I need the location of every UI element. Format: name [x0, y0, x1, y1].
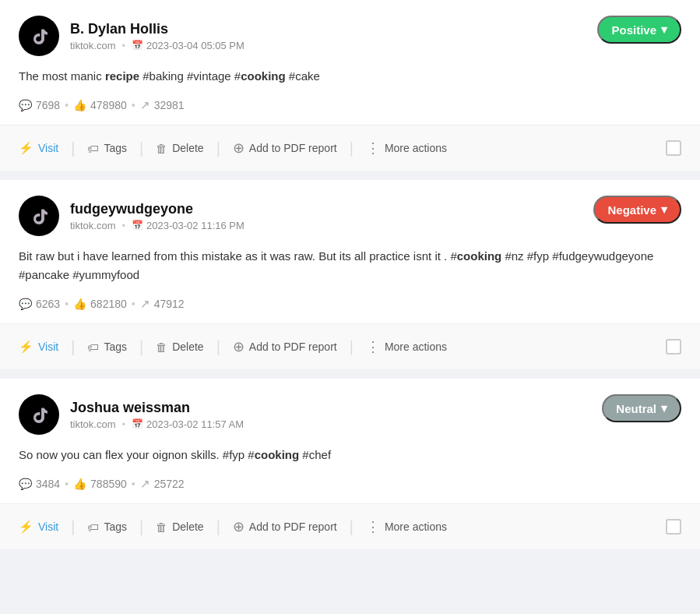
pdf-icon: ⊕ [233, 338, 244, 355]
user-details: B. Dylan Hollis tiktok.com • 📅 2023-03-0… [70, 21, 244, 51]
select-checkbox[interactable] [666, 140, 681, 156]
action-divider-3: | [216, 338, 220, 356]
comment-count: 6263 [36, 298, 60, 310]
more-icon: ⋮ [366, 338, 380, 355]
stat-dot-2: • [132, 478, 135, 490]
visit-label: Visit [38, 520, 58, 533]
pdf-button[interactable]: ⊕ Add to PDF report [222, 333, 348, 360]
tags-label: Tags [104, 341, 127, 353]
tags-button[interactable]: 🏷 Tags [76, 516, 138, 538]
share-icon: ↗ [140, 477, 150, 491]
tags-icon: 🏷 [87, 341, 99, 354]
tags-button[interactable]: 🏷 Tags [76, 137, 138, 160]
action-divider-3: | [216, 518, 220, 536]
sentiment-badge[interactable]: Neutral ▾ [602, 394, 681, 422]
post-stats: 💬 6263 • 👍 682180 • ↗ 47912 [19, 297, 681, 323]
tags-button[interactable]: 🏷 Tags [76, 336, 138, 358]
post-date: 📅 2023-03-04 05:05 PM [132, 40, 244, 51]
chevron-down-icon: ▾ [661, 401, 667, 415]
post-text: The most manic recipe #baking #vintage #… [19, 67, 681, 86]
select-checkbox[interactable] [666, 519, 681, 535]
comment-stat: 💬 6263 [19, 298, 60, 310]
visit-button[interactable]: ⚡ Visit [19, 515, 69, 538]
comment-count: 7698 [36, 99, 60, 111]
sentiment-label: Neutral [616, 402, 656, 415]
stat-dot: • [65, 298, 69, 310]
sentiment-badge[interactable]: Positive ▾ [597, 16, 681, 44]
action-divider-1: | [71, 518, 75, 536]
delete-button[interactable]: 🗑 Delete [145, 516, 214, 538]
comment-stat: 💬 7698 [19, 99, 60, 111]
bold-hashtag: cooking [255, 448, 300, 461]
card-header: B. Dylan Hollis tiktok.com • 📅 2023-03-0… [19, 16, 681, 56]
stat-dot: • [65, 478, 69, 490]
visit-label: Visit [38, 142, 58, 154]
post-date: 📅 2023-03-02 11:57 AM [132, 418, 244, 430]
delete-button[interactable]: 🗑 Delete [145, 336, 214, 358]
action-divider-2: | [139, 518, 143, 536]
sentiment-label: Negative [607, 203, 656, 217]
platform-domain: tiktok.com [70, 220, 116, 231]
visit-button[interactable]: ⚡ Visit [19, 335, 69, 358]
comment-icon: 💬 [19, 298, 32, 310]
post-actions: ⚡ Visit | 🏷 Tags | 🗑 Delete | ⊕ Add to P… [0, 323, 700, 369]
like-stat: 👍 478980 [73, 99, 127, 111]
more-label: More actions [385, 520, 447, 533]
share-stat: ↗ 32981 [140, 98, 185, 112]
share-count: 32981 [154, 99, 185, 111]
user-info: fudgeywudgeyone tiktok.com • 📅 2023-03-0… [19, 196, 244, 236]
pdf-button[interactable]: ⊕ Add to PDF report [222, 135, 348, 161]
visit-icon: ⚡ [19, 340, 33, 354]
visit-button[interactable]: ⚡ Visit [19, 136, 69, 160]
more-icon: ⋮ [366, 518, 380, 535]
share-icon: ↗ [140, 297, 150, 311]
delete-icon: 🗑 [156, 142, 167, 155]
like-stat: 👍 788590 [73, 478, 127, 490]
more-icon: ⋮ [366, 139, 380, 157]
action-divider-2: | [139, 338, 143, 356]
user-details: fudgeywudgeyone tiktok.com • 📅 2023-03-0… [70, 201, 244, 231]
action-divider-3: | [216, 139, 220, 157]
more-actions-button[interactable]: ⋮ More actions [355, 135, 458, 161]
card-header: fudgeywudgeyone tiktok.com • 📅 2023-03-0… [19, 196, 681, 236]
post-stats: 💬 7698 • 👍 478980 • ↗ 32981 [19, 98, 681, 125]
delete-icon: 🗑 [156, 520, 167, 534]
post-meta: tiktok.com • 📅 2023-03-02 11:16 PM [70, 220, 244, 231]
username: fudgeywudgeyone [70, 201, 244, 217]
more-label: More actions [385, 142, 447, 154]
chevron-down-icon: ▾ [661, 203, 667, 217]
avatar [19, 394, 59, 435]
chevron-down-icon: ▾ [661, 23, 667, 37]
more-actions-button[interactable]: ⋮ More actions [355, 333, 458, 360]
like-count: 478980 [90, 99, 127, 111]
meta-separator: • [122, 40, 126, 51]
post-card: B. Dylan Hollis tiktok.com • 📅 2023-03-0… [0, 0, 700, 171]
share-icon: ↗ [140, 98, 150, 112]
pdf-label: Add to PDF report [249, 520, 337, 533]
like-count: 788590 [90, 478, 127, 490]
meta-separator: • [122, 220, 126, 231]
bold-hashtag: cooking [241, 69, 286, 83]
bold-hashtag: cooking [457, 249, 502, 263]
like-stat: 👍 682180 [73, 298, 127, 310]
delete-label: Delete [172, 341, 203, 353]
post-meta: tiktok.com • 📅 2023-03-04 05:05 PM [70, 40, 244, 51]
comment-stat: 💬 3484 [19, 478, 60, 490]
post-text: Bit raw but i have learned from this mis… [19, 247, 681, 284]
pdf-button[interactable]: ⊕ Add to PDF report [222, 513, 348, 540]
delete-button[interactable]: 🗑 Delete [145, 137, 214, 160]
sentiment-badge[interactable]: Negative ▾ [593, 196, 681, 224]
post-stats: 💬 3484 • 👍 788590 • ↗ 25722 [19, 477, 681, 503]
post-card: fudgeywudgeyone tiktok.com • 📅 2023-03-0… [0, 180, 700, 369]
more-actions-button[interactable]: ⋮ More actions [355, 513, 458, 540]
pdf-label: Add to PDF report [249, 142, 337, 154]
share-count: 25722 [154, 478, 185, 490]
select-checkbox[interactable] [666, 339, 681, 355]
comment-icon: 💬 [19, 478, 32, 490]
action-divider-4: | [350, 139, 354, 157]
select-checkbox-area [666, 140, 681, 156]
username: B. Dylan Hollis [70, 21, 244, 37]
calendar-icon: 📅 [132, 40, 143, 51]
action-divider-2: | [139, 139, 143, 157]
share-count: 47912 [154, 298, 185, 310]
